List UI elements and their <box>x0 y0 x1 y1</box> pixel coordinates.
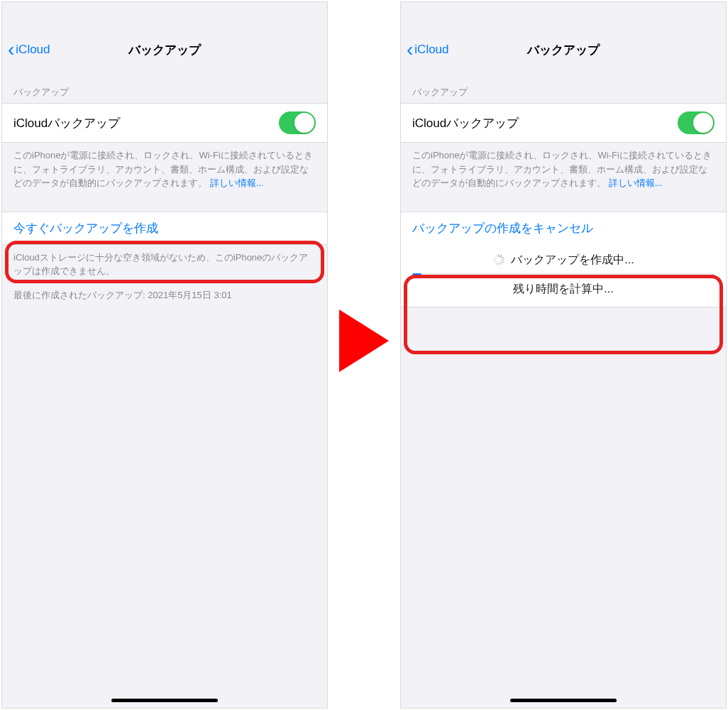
home-indicator[interactable] <box>111 699 218 702</box>
storage-warning-text: iCloudストレージに十分な空き領域がないため、このiPhoneのバックアップ… <box>2 245 327 281</box>
svg-rect-1 <box>500 255 502 258</box>
backup-progress-area: バックアップを作成中... 残り時間を計算中... <box>401 244 726 307</box>
svg-rect-9 <box>493 259 496 260</box>
last-backup-text: 最後に作成されたバックアップ: 2021年5月15日 3:01 <box>2 281 327 305</box>
toggle-label: iCloudバックアップ <box>13 115 120 131</box>
svg-rect-7 <box>496 262 498 265</box>
backup-description: このiPhoneが電源に接続され、ロックされ、Wi-Fiに接続されているときに、… <box>401 143 726 193</box>
svg-rect-5 <box>500 262 502 265</box>
back-button[interactable]: ‹ iCloud <box>401 40 449 60</box>
back-label: iCloud <box>16 43 50 57</box>
progress-title-text: バックアップを作成中... <box>511 253 634 268</box>
toggle-label: iCloudバックアップ <box>412 115 519 131</box>
svg-rect-4 <box>501 261 504 263</box>
section-header-backup: バックアップ <box>2 69 327 103</box>
page-title: バックアップ <box>2 42 327 58</box>
icloud-backup-toggle-row: iCloudバックアップ <box>2 103 327 143</box>
chevron-left-icon: ‹ <box>407 40 413 60</box>
back-button[interactable]: ‹ iCloud <box>2 40 50 60</box>
progress-title-row: バックアップを作成中... <box>412 250 715 272</box>
cancel-backup-button[interactable]: バックアップの作成をキャンセル <box>401 212 726 244</box>
svg-rect-11 <box>496 255 498 258</box>
backup-now-button[interactable]: 今すぐバックアップを作成 <box>2 212 327 245</box>
spacer <box>401 193 726 212</box>
more-info-link[interactable]: 詳しい情報... <box>609 178 663 188</box>
svg-rect-0 <box>499 254 500 257</box>
arrow-right-icon <box>339 310 389 372</box>
spacer <box>2 193 327 212</box>
phone-screen-before: ‹ iCloud バックアップ バックアップ iCloudバックアップ このiP… <box>1 1 328 709</box>
back-label: iCloud <box>414 43 448 57</box>
svg-rect-6 <box>499 263 500 266</box>
status-bar <box>401 2 726 31</box>
section-header-backup: バックアップ <box>401 69 726 103</box>
svg-rect-2 <box>501 257 504 259</box>
progress-bar <box>412 273 715 276</box>
icloud-backup-toggle[interactable] <box>678 111 715 134</box>
progress-bar-fill <box>412 273 421 276</box>
icloud-backup-toggle[interactable] <box>279 111 316 134</box>
navigation-bar: ‹ iCloud バックアップ <box>2 31 327 69</box>
phone-screen-after: ‹ iCloud バックアップ バックアップ iCloudバックアップ このiP… <box>400 1 727 709</box>
progress-subtitle: 残り時間を計算中... <box>412 282 715 297</box>
icloud-backup-toggle-row: iCloudバックアップ <box>401 103 726 143</box>
svg-rect-10 <box>494 257 497 259</box>
status-bar <box>2 2 327 31</box>
navigation-bar: ‹ iCloud バックアップ <box>401 31 726 69</box>
chevron-left-icon: ‹ <box>8 40 14 60</box>
more-info-link[interactable]: 詳しい情報... <box>210 178 264 188</box>
cancel-backup-label: バックアップの作成をキャンセル <box>412 220 593 236</box>
page-title: バックアップ <box>401 42 726 58</box>
home-indicator[interactable] <box>510 699 617 702</box>
svg-rect-3 <box>502 259 504 260</box>
spinner-icon <box>492 253 505 266</box>
backup-now-label: 今すぐバックアップを作成 <box>13 220 158 236</box>
backup-description: このiPhoneが電源に接続され、ロックされ、Wi-Fiに接続されているときに、… <box>2 143 327 193</box>
svg-rect-8 <box>494 261 497 263</box>
